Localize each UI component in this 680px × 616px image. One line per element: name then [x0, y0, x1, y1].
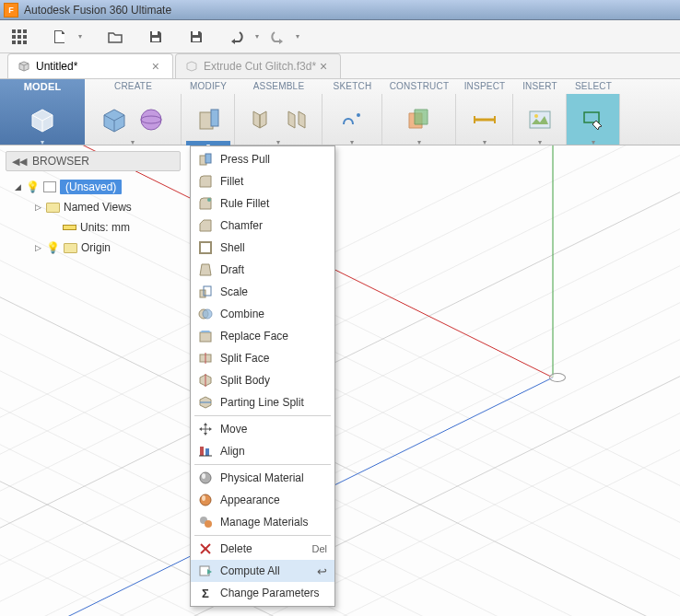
save-icon[interactable]: [146, 27, 166, 47]
app-title: Autodesk Fusion 360 Ultimate: [24, 4, 171, 17]
svg-rect-2: [23, 29, 27, 33]
ribbon-modify[interactable]: MODIFY: [182, 79, 235, 145]
svg-point-70: [202, 495, 205, 501]
tree-label: Named Views: [64, 201, 132, 214]
menu-compute-all[interactable]: Compute All↩: [191, 560, 334, 582]
svg-line-35: [0, 532, 680, 616]
redo-dropdown-icon[interactable]: ▾: [293, 32, 302, 41]
cube-icon: [185, 60, 198, 73]
menu-split-body[interactable]: Split Body: [191, 369, 334, 391]
expand-icon[interactable]: ▷: [33, 203, 42, 212]
quick-access-toolbar: ▾ ▾ ▾: [0, 20, 680, 53]
sigma-icon: Σ: [198, 586, 213, 600]
document-tabs: Untitled* × Extrude Cut Glitch.f3d* ×: [0, 53, 680, 79]
menu-align[interactable]: Align: [191, 440, 334, 462]
ribbon-create[interactable]: CREATE: [85, 79, 182, 145]
doc-tab-active[interactable]: Untitled* ×: [7, 53, 173, 78]
doc-tab-inactive[interactable]: Extrude Cut Glitch.f3d* ×: [175, 53, 341, 78]
new-file-dropdown-icon[interactable]: ▾: [76, 32, 85, 41]
menu-separator: [194, 464, 331, 465]
menu-manage-materials[interactable]: Manage Materials: [191, 511, 334, 533]
menu-appearance[interactable]: Appearance: [191, 489, 334, 511]
ribbon-sketch[interactable]: SKETCH: [322, 79, 382, 145]
visibility-off-icon[interactable]: 💡: [46, 241, 60, 254]
viewport[interactable]: ◀◀ BROWSER ◢ 💡 (Unsaved) ▷ Named Views U…: [0, 145, 680, 616]
menu-scale[interactable]: Scale: [191, 281, 334, 303]
close-icon[interactable]: ×: [316, 59, 331, 74]
menu-physical-material[interactable]: Physical Material: [191, 467, 334, 489]
expand-icon[interactable]: ▷: [33, 243, 42, 252]
menu-label: Align: [220, 445, 245, 458]
expand-icon[interactable]: ◢: [13, 182, 22, 192]
chamfer-icon: [198, 218, 213, 233]
menu-shell[interactable]: Shell: [191, 237, 334, 259]
svg-rect-8: [23, 41, 27, 44]
align-icon: [198, 444, 213, 459]
tab-label: Extrude Cut Glitch.f3d*: [204, 60, 316, 73]
menu-split-face[interactable]: Split Face: [191, 347, 334, 369]
menu-replace-face[interactable]: Replace Face: [191, 325, 334, 347]
undo-icon[interactable]: [227, 27, 247, 47]
svg-point-67: [200, 472, 211, 483]
undo-dropdown-icon[interactable]: ▾: [252, 32, 262, 41]
cube-icon: [18, 60, 30, 73]
tree-root[interactable]: ◢ 💡 (Unsaved): [13, 177, 181, 197]
menu-label: Press Pull: [220, 153, 270, 166]
sphere-icon: [135, 104, 167, 135]
open-file-icon[interactable]: [105, 27, 125, 47]
component-icon: [43, 181, 56, 192]
tree-named-views[interactable]: ▷ Named Views: [13, 197, 181, 217]
menu-draft[interactable]: Draft: [191, 259, 334, 281]
svg-line-28: [0, 274, 680, 616]
tree-label: (Unsaved): [60, 180, 122, 194]
manage-materials-icon: [198, 515, 213, 529]
rule-fillet-icon: [198, 196, 213, 211]
menu-parting-line[interactable]: Parting Line Split: [191, 391, 334, 413]
tree-units[interactable]: Units: mm: [13, 217, 181, 238]
close-icon[interactable]: ×: [148, 59, 163, 74]
svg-point-72: [205, 520, 212, 528]
svg-point-17: [357, 113, 360, 117]
ribbon-inspect[interactable]: INSPECT: [456, 79, 513, 145]
ribbon-toolbar: MODEL CREATE MODIFY ASSEMBLE SKETCH CONS…: [0, 79, 680, 145]
svg-rect-10: [152, 38, 159, 41]
menu-delete[interactable]: DeleteDel: [191, 538, 334, 560]
menu-chamfer[interactable]: Chamfer: [191, 215, 334, 237]
menu-change-parameters[interactable]: ΣChange Parameters: [191, 582, 334, 604]
browser-panel: ◀◀ BROWSER ◢ 💡 (Unsaved) ▷ Named Views U…: [6, 151, 181, 258]
select-icon: [578, 104, 609, 135]
svg-rect-4: [18, 35, 21, 39]
tab-label: Untitled*: [36, 60, 77, 73]
menu-label: Manage Materials: [220, 516, 308, 529]
browser-header[interactable]: ◀◀ BROWSER: [6, 151, 181, 171]
box-icon: [99, 104, 130, 135]
menu-combine[interactable]: Combine: [191, 303, 334, 325]
menu-rule-fillet[interactable]: Rule Fillet: [191, 192, 334, 215]
collapse-icon[interactable]: ◀◀: [12, 156, 27, 168]
tree-origin[interactable]: ▷ 💡 Origin: [13, 238, 181, 258]
save-as-icon[interactable]: [186, 27, 206, 47]
modify-menu: Press Pull Fillet Rule Fillet Chamfer Sh…: [190, 145, 335, 607]
svg-rect-65: [205, 448, 209, 456]
ribbon-insert[interactable]: INSERT: [513, 79, 567, 145]
ribbon-model[interactable]: MODEL: [0, 79, 85, 145]
ribbon-select[interactable]: SELECT: [567, 79, 620, 145]
ribbon-label: INSPECT: [456, 79, 513, 94]
svg-point-57: [203, 309, 212, 319]
visibility-icon[interactable]: 💡: [26, 180, 40, 193]
apps-grid-icon[interactable]: [9, 27, 29, 47]
ribbon-label: SELECT: [567, 79, 620, 94]
return-icon: ↩: [317, 564, 327, 578]
ribbon-assemble[interactable]: ASSEMBLE: [235, 79, 322, 145]
menu-fillet[interactable]: Fillet: [191, 170, 334, 192]
new-file-icon[interactable]: [50, 27, 70, 47]
menu-press-pull[interactable]: Press Pull: [191, 148, 334, 170]
ribbon-construct[interactable]: CONSTRUCT: [382, 79, 456, 145]
ribbon-label: CREATE: [85, 79, 182, 94]
menu-label: Draft: [220, 263, 244, 276]
redo-icon[interactable]: [267, 27, 287, 47]
menu-move[interactable]: Move: [191, 418, 334, 440]
scale-icon: [198, 285, 213, 299]
compute-icon: [198, 564, 213, 578]
measure-icon: [469, 104, 500, 135]
